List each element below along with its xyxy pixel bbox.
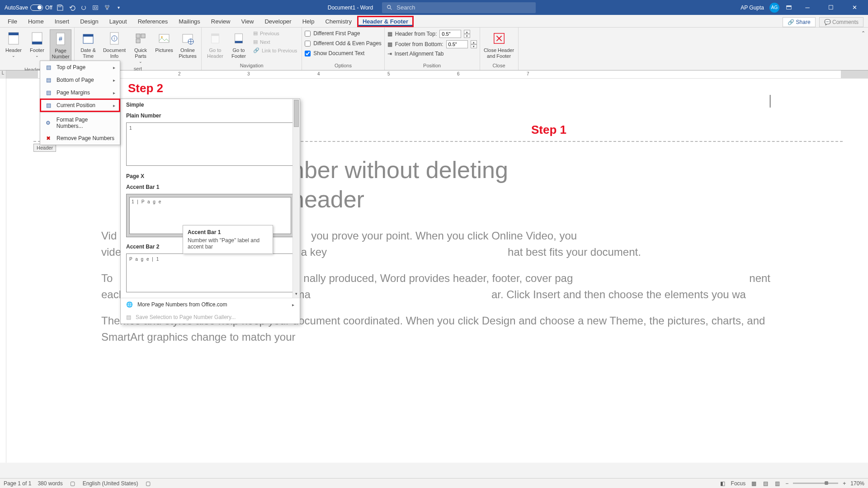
qat-icon-5[interactable]: [103, 4, 111, 12]
group-label-nav: Navigation: [204, 63, 299, 69]
goto-footer-button[interactable]: Go to Footer: [228, 29, 250, 61]
svg-rect-21: [136, 34, 140, 38]
svg-text:i: i: [114, 36, 115, 41]
status-page[interactable]: Page 1 of 1: [4, 480, 31, 487]
scroll-down-icon[interactable]: ▾: [294, 291, 299, 298]
svg-point-4: [105, 5, 107, 7]
tab-mailings[interactable]: Mailings: [173, 16, 206, 27]
gallery-scrollbar[interactable]: ▴ ▾: [292, 99, 300, 298]
svg-point-6: [106, 8, 108, 9]
tab-chemistry[interactable]: Chemistry: [320, 16, 357, 27]
spinner[interactable]: ▴▾: [464, 30, 470, 38]
next-icon: ▤: [253, 39, 258, 45]
tab-developer[interactable]: Developer: [259, 16, 297, 27]
next-button[interactable]: ▤Next: [251, 38, 299, 46]
chevron-right-icon: ▸: [113, 78, 115, 83]
page-number-icon: #: [53, 32, 68, 46]
date-time-button[interactable]: Date & Time: [77, 29, 99, 61]
online-pictures-icon: [180, 31, 195, 46]
comments-button[interactable]: 💬 Comments: [819, 17, 863, 27]
search-box[interactable]: Search: [382, 2, 536, 13]
minimize-button[interactable]: ─: [798, 1, 816, 14]
status-words[interactable]: 380 words: [38, 480, 62, 487]
header-top-icon: ▦: [387, 31, 392, 37]
tab-help[interactable]: Help: [297, 16, 320, 27]
zoom-out-button[interactable]: −: [785, 480, 788, 487]
save-icon[interactable]: [56, 4, 64, 12]
tab-review[interactable]: Review: [206, 16, 236, 27]
redo-icon[interactable]: [80, 4, 88, 12]
status-focus[interactable]: Focus: [731, 480, 746, 487]
header-top-input[interactable]: [439, 30, 461, 38]
close-window-button[interactable]: ✕: [845, 1, 863, 14]
format-icon: ⚙: [45, 119, 52, 127]
menu-bottom-of-page[interactable]: ▤ Bottom of Page ▸: [40, 74, 120, 86]
tab-home[interactable]: Home: [23, 16, 49, 27]
tab-design[interactable]: Design: [75, 16, 104, 27]
group-label-close: Close: [483, 63, 515, 69]
footer-bottom-input[interactable]: [446, 40, 468, 48]
tab-file[interactable]: File: [2, 16, 23, 27]
ribbon-tabs: File Home Insert Design Layout Reference…: [0, 15, 868, 28]
tab-layout[interactable]: Layout: [104, 16, 132, 27]
share-button[interactable]: 🔗 Share: [783, 17, 815, 27]
menu-separator: [40, 113, 120, 113]
qat-icon-4[interactable]: [91, 4, 99, 12]
tab-references[interactable]: References: [132, 16, 173, 27]
tab-header-footer[interactable]: Header & Footer: [357, 16, 414, 27]
tab-insert[interactable]: Insert: [49, 16, 75, 27]
scroll-thumb[interactable]: [294, 100, 299, 127]
gallery-item-plain-number[interactable]: 1: [126, 122, 294, 166]
status-language[interactable]: English (United States): [83, 480, 138, 487]
menu-page-margins[interactable]: ▤ Page Margins ▸: [40, 86, 120, 99]
menu-remove-page-numbers[interactable]: ✖ Remove Page Numbers: [40, 132, 120, 145]
previous-icon: ▤: [253, 30, 258, 36]
view-print-icon[interactable]: ▦: [750, 480, 757, 487]
pictures-button[interactable]: Pictures: [153, 29, 175, 55]
gallery-sub-plain: Plain Number: [121, 111, 300, 121]
user-avatar[interactable]: AG: [769, 3, 779, 13]
collapse-ribbon-icon[interactable]: ⌃: [861, 30, 865, 36]
autosave-toggle[interactable]: AutoSave Off: [5, 5, 52, 11]
current-position-icon: ▤: [45, 102, 52, 109]
header-button[interactable]: Header⌄: [3, 29, 24, 60]
page-margins-icon: ▤: [45, 89, 52, 96]
gallery-category-simple: Simple: [121, 99, 300, 111]
header-icon: [6, 31, 21, 46]
tab-view[interactable]: View: [236, 16, 259, 27]
more-from-office[interactable]: 🌐 More Page Numbers from Office.com ▸: [121, 298, 300, 311]
macro-icon[interactable]: ▢: [145, 480, 152, 487]
close-hf-button[interactable]: Close Header and Footer: [483, 29, 515, 61]
spinner[interactable]: ▴▾: [471, 40, 477, 48]
ribbon-display-icon[interactable]: [785, 4, 793, 12]
goto-header-button[interactable]: Go to Header: [204, 29, 226, 61]
footer-button[interactable]: Footer⌄: [26, 29, 48, 60]
page-number-menu: ▤ Top of Page ▸ ▤ Bottom of Page ▸ ▤ Pag…: [40, 61, 120, 145]
undo-icon[interactable]: [68, 4, 76, 12]
toggle-switch[interactable]: [30, 5, 43, 11]
search-placeholder: Search: [396, 4, 415, 11]
zoom-value[interactable]: 170%: [850, 480, 864, 487]
maximize-button[interactable]: ☐: [822, 1, 840, 14]
insert-align-tab-button[interactable]: ⇥ Insert Alignment Tab: [387, 50, 477, 57]
view-read-icon[interactable]: ▤: [762, 480, 769, 487]
online-pictures-button[interactable]: Online Pictures: [177, 29, 198, 61]
zoom-slider[interactable]: [793, 483, 838, 484]
chevron-right-icon: ▸: [113, 90, 115, 95]
zoom-in-button[interactable]: +: [843, 480, 846, 487]
svg-point-7: [387, 5, 391, 8]
diff-odd-even-checkbox[interactable]: Different Odd & Even Pages: [305, 39, 382, 47]
quick-parts-button[interactable]: Quick Parts⌄: [130, 29, 151, 66]
menu-top-of-page[interactable]: ▤ Top of Page ▸: [40, 61, 120, 74]
show-doc-text-checkbox[interactable]: Show Document Text: [305, 49, 382, 57]
menu-current-position[interactable]: ▤ Current Position ▸: [40, 99, 120, 112]
menu-format-page-numbers[interactable]: ⚙ Format Page Numbers...: [40, 114, 120, 132]
gallery-item-accent-bar-2[interactable]: P a g e | 1: [126, 253, 294, 292]
qat-more-icon[interactable]: ▾: [115, 4, 123, 12]
focus-icon[interactable]: ◧: [719, 480, 726, 487]
view-web-icon[interactable]: ▥: [774, 480, 781, 487]
link-previous-button[interactable]: 🔗Link to Previous: [251, 47, 299, 54]
spellcheck-icon[interactable]: ▢: [69, 480, 76, 487]
previous-button[interactable]: ▤Previous: [251, 29, 299, 37]
diff-first-checkbox[interactable]: Different First Page: [305, 29, 382, 38]
